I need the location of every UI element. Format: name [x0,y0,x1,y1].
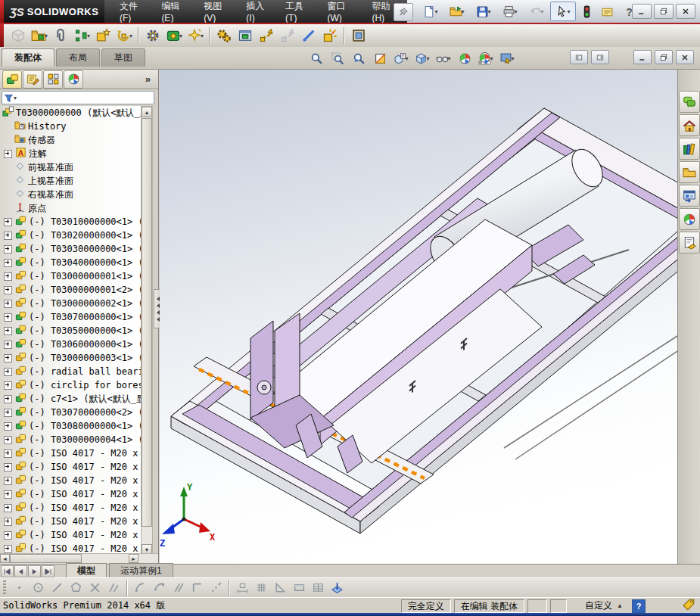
dropdown-arrow-icon[interactable]: ▾ [45,33,48,39]
sketch-rectangle-button[interactable] [290,578,309,597]
tab-motion-study[interactable]: 运动算例1 [109,563,173,578]
tree-item[interactable]: 上视基准面 [0,174,141,188]
motion-study-button[interactable] [213,25,235,46]
select-tool-button[interactable]: ▾ [550,2,576,21]
tree-item[interactable]: (-) c7<1> (默认<默认_显示 [0,392,141,406]
tree-item[interactable]: (-) T03020000000<1> (默认 [0,229,141,242]
explode-line-sketch-button[interactable] [277,25,298,46]
smart-fasteners-button[interactable] [92,25,114,46]
restore-button[interactable] [654,4,674,19]
mate-button[interactable]: ▾ [71,25,92,46]
dropdown-arrow-icon[interactable]: ▾ [426,55,429,62]
measure-button[interactable] [298,25,319,46]
dropdown-arrow-icon[interactable]: ▾ [201,33,204,39]
design-library-tab[interactable] [679,138,700,160]
open-part-button[interactable]: ▾ [29,25,50,46]
tree-expand-plus[interactable] [4,518,12,526]
tree-expand-plus[interactable] [4,436,12,444]
dimxpert-manager-tab[interactable] [64,70,83,89]
dropdown-arrow-icon[interactable]: ▾ [511,55,514,62]
tree-item[interactable]: (-) T03050000000<1> (默认 [0,324,141,338]
dropdown-arrow-icon[interactable]: ▾ [434,8,437,15]
tree-expand-plus[interactable] [4,422,12,431]
sketch-polygon-button[interactable] [67,578,86,597]
dropdown-arrow-icon[interactable]: ▾ [461,8,464,15]
sketch-angle-button[interactable] [104,578,123,597]
view-settings-button[interactable]: ▾ [497,48,517,68]
minimize-button[interactable] [632,4,652,19]
sketch-tangent-arc-button[interactable] [150,578,169,597]
sketch-corner-button[interactable] [188,578,207,597]
tree-item[interactable]: (-) T03030000000<1> (默认 [0,242,141,256]
dropdown-arrow-icon[interactable]: ▾ [129,33,132,39]
zoom-fit-button[interactable] [306,48,326,68]
sketch-parallel-button[interactable] [169,578,188,597]
pin-icon[interactable] [394,3,413,21]
tree-item[interactable]: (-) radial ball bearing_ [0,365,141,378]
attachment-button[interactable] [50,25,71,46]
display-style-button[interactable]: ▾ [412,48,432,68]
tree-expand-plus[interactable] [4,381,12,390]
tree-expand-plus[interactable] [4,395,12,403]
tree-filter-input[interactable]: ▾ [2,91,154,104]
new-part-button[interactable]: ▾ [185,25,206,46]
tree-item[interactable]: (-) T03040000000<1> (默认 [0,256,141,269]
tree-horizontal-scrollbar[interactable]: ◄ ► [0,553,158,564]
comment-note-button[interactable] [597,2,617,21]
tree-expand-plus[interactable] [4,272,12,281]
tree-item[interactable]: (-) ISO 4017 - M20 x 55- [0,528,141,542]
tree-item[interactable]: (-) T03000000003<1> (默认 [0,351,141,365]
doc-minimize-button[interactable] [633,50,652,64]
sketch-point-button[interactable] [10,578,29,597]
status-custom-dropdown[interactable]: 自定义 ▲ [585,599,623,612]
tree-expand-plus[interactable] [4,245,12,254]
tree-item[interactable]: (-) ISO 4017 - M20 x 55- [0,460,141,474]
sketch-circle-button[interactable] [29,578,48,597]
tree-item[interactable]: (-) T03000000004<1> (默认 [0,433,141,446]
close-button[interactable] [676,4,695,19]
tree-vertical-scrollbar[interactable]: ▲ ▼ [141,106,153,555]
section-view-button[interactable] [370,48,390,68]
tree-expand-plus[interactable] [4,341,12,349]
scroll-thumb[interactable] [142,118,152,527]
sketch-trim-button[interactable] [86,578,104,597]
new-window-button[interactable] [235,25,256,46]
tree-expand-plus[interactable] [4,531,12,540]
tree-item[interactable]: A注解 [0,147,141,160]
sketch-dimension-button[interactable] [233,578,252,597]
open-document-button[interactable]: ▾ [444,2,470,21]
tree-expand-plus[interactable] [4,354,12,362]
toolbar-grip[interactable] [3,580,6,596]
scroll-up-arrow[interactable]: ▲ [142,107,152,117]
tab-model[interactable]: 模型 [66,563,107,578]
tree-item[interactable]: (-) circlip for bores no [0,378,141,392]
tree-expand-plus[interactable] [4,232,12,240]
tree-expand-plus[interactable] [4,545,12,553]
tree-item[interactable]: (-) T03000000001<2> (默认 [0,283,141,297]
tree-expand-plus[interactable] [4,259,12,267]
apply-scene-button[interactable]: ▾ [476,48,496,68]
sketch-plane-button[interactable] [328,578,347,597]
undo-button[interactable]: ▾ [524,2,549,21]
tree-item[interactable]: (-) ISO 4017 - M20 x 55- [0,474,141,487]
tree-expand-plus[interactable] [4,327,12,335]
custom-properties-tab[interactable] [679,232,700,254]
tree-expand-plus[interactable] [4,450,12,458]
dropdown-arrow-icon[interactable]: ▾ [540,8,543,15]
split-left-button[interactable] [570,50,588,64]
tree-item[interactable]: 传感器 [0,133,141,147]
tree-expand-plus[interactable] [4,368,12,376]
sketch-grid-button[interactable] [252,578,271,597]
dropdown-arrow-icon[interactable]: ▾ [447,55,450,62]
commandmanager-tab-inactive[interactable]: 草图 [101,48,145,67]
appearances-tab[interactable] [679,208,700,230]
tree-expand-plus[interactable] [4,313,12,322]
property-manager-tab[interactable] [23,70,42,89]
doc-restore-button[interactable] [655,50,673,64]
sketch-arc-button[interactable] [131,578,150,597]
tab-nav-first-button[interactable] [1,565,14,577]
new-document-button[interactable]: ▾ [418,2,443,21]
split-right-button[interactable] [591,50,609,64]
dropdown-arrow-icon[interactable]: ▾ [487,8,490,15]
exploded-view-button[interactable] [256,25,277,46]
